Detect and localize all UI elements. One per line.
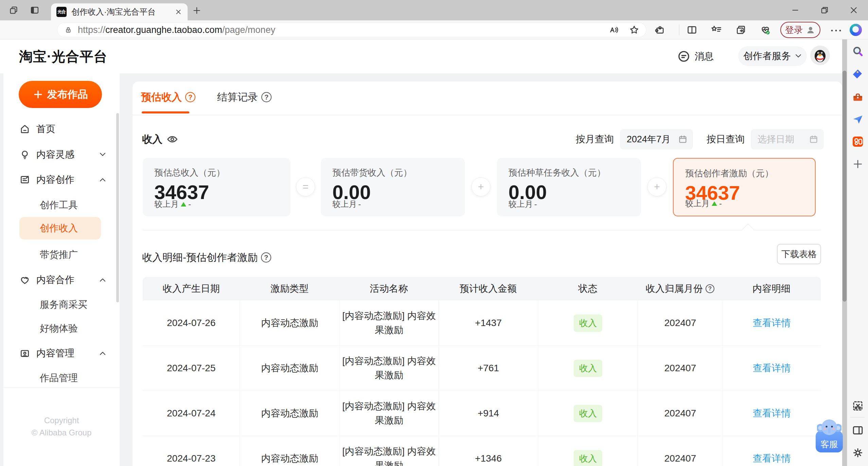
tab-actions-icon[interactable] <box>30 5 39 15</box>
tab-estimated-income[interactable]: 预估收入 <box>141 90 195 104</box>
kuaishou-icon[interactable] <box>851 135 864 148</box>
minimize-button[interactable] <box>781 0 810 20</box>
view-details-link[interactable]: 查看详情 <box>753 317 791 329</box>
messages-button[interactable]: 消息 <box>677 48 714 65</box>
signin-button[interactable]: 登录 <box>780 22 820 38</box>
sidebar-item-product-trial[interactable]: 好物体验 <box>3 321 120 336</box>
cell-detail: 查看详情 <box>723 301 821 345</box>
restore-button[interactable] <box>810 0 839 20</box>
cell-month: 202407 <box>638 436 722 466</box>
split-screen-icon[interactable] <box>687 24 697 35</box>
status-badge: 收入 <box>574 405 602 422</box>
compare-label: 较上月 <box>685 198 710 209</box>
search-icon[interactable] <box>851 45 864 58</box>
creator-services-dropdown[interactable]: 创作者服务 <box>738 46 807 66</box>
card-sales-income[interactable]: 预估带货收入（元） 0.00 较上月- <box>321 158 465 216</box>
browser-titlebar: 光合 创作收入·淘宝光合平台 <box>0 0 868 20</box>
sidebar-item-inspiration[interactable]: 内容灵感 <box>3 147 120 162</box>
day-picker-input[interactable]: 选择日期 <box>751 129 824 149</box>
help-icon[interactable] <box>261 252 271 263</box>
tools-icon[interactable] <box>851 91 864 104</box>
add-sidebar-icon[interactable] <box>851 158 864 171</box>
copilot-icon[interactable] <box>850 24 862 36</box>
url-text: https://creator.guanghe.taobao.com/page/… <box>78 25 603 35</box>
workspaces-icon[interactable] <box>9 5 18 15</box>
help-icon[interactable] <box>261 92 272 102</box>
compare-label: 较上月 <box>154 199 179 210</box>
chevron-up-icon <box>99 278 106 282</box>
cell-date: 2024-07-23 <box>143 436 240 466</box>
view-details-link[interactable]: 查看详情 <box>753 362 791 375</box>
view-details-link[interactable]: 查看详情 <box>753 407 791 420</box>
publish-button[interactable]: 发布作品 <box>19 81 102 108</box>
cell-month: 202407 <box>638 301 722 345</box>
shopping-icon[interactable] <box>851 68 864 81</box>
collections-icon[interactable] <box>735 24 746 35</box>
screenshot-icon[interactable] <box>851 399 864 412</box>
sidebar-item-service-purchase[interactable]: 服务商采买 <box>3 297 120 312</box>
calendar-icon[interactable] <box>678 135 688 144</box>
detail-section-heading: 收入明细-预估创作者激励 <box>142 248 271 267</box>
tab-close-icon[interactable] <box>175 8 182 16</box>
lock-icon <box>64 26 72 34</box>
cell-date: 2024-07-24 <box>143 391 240 436</box>
sidebar-item-cooperation[interactable]: 内容合作 <box>3 272 120 287</box>
income-detail-table: 收入产生日期 激励类型 活动名称 预计收入金额 状态 收入归属月份 内容明细 2… <box>143 277 821 466</box>
cell-date: 2024-07-26 <box>143 301 240 345</box>
download-table-button[interactable]: 下载表格 <box>777 244 821 264</box>
creator-services-label: 创作者服务 <box>743 50 791 62</box>
tab-settlement-records[interactable]: 结算记录 <box>217 90 272 104</box>
copyright-line: © Alibaba Group <box>3 428 120 437</box>
favorite-star-icon[interactable] <box>629 25 639 35</box>
card-total-income[interactable]: 预估总收入（元） 34637 较上月- <box>143 158 291 216</box>
card-creator-incentive[interactable]: 预估创作者激励（元） 34637 较上月- <box>673 158 816 216</box>
card-seeding-task-income[interactable]: 预估种草任务收入（元） 0.00 较上月- <box>497 158 641 216</box>
cell-activity: [内容动态激励] 内容效果激励 <box>340 346 438 391</box>
sidebar-item-creation-income[interactable]: 创作收入 <box>19 217 101 239</box>
user-avatar[interactable] <box>810 46 830 65</box>
cell-status: 收入 <box>538 391 638 436</box>
active-tab-underline <box>142 111 189 113</box>
sidebar-item-label: 内容灵感 <box>36 148 74 161</box>
browser-tab[interactable]: 光合 创作收入·淘宝光合平台 <box>51 3 188 20</box>
page-scrollbar-thumb[interactable] <box>843 71 847 302</box>
settings-gear-icon[interactable] <box>851 446 864 459</box>
url-bar[interactable]: https://creator.guanghe.taobao.com/page/… <box>57 22 646 37</box>
sidebar-scrollbar-thumb[interactable] <box>116 113 119 302</box>
sidebar-panel-icon[interactable] <box>851 424 864 437</box>
card-label: 预估种草任务收入（元） <box>508 167 629 179</box>
col-header-detail: 内容明细 <box>723 282 821 295</box>
detail-title: 收入明细-预估创作者激励 <box>142 251 258 265</box>
calendar-icon[interactable] <box>809 135 818 144</box>
help-icon[interactable] <box>185 92 195 102</box>
site-logo[interactable]: 淘宝·光合平台 <box>19 39 107 73</box>
cell-activity: [内容动态激励] 内容效果激励 <box>340 436 438 466</box>
view-details-link[interactable]: 查看详情 <box>753 452 791 465</box>
sidebar-item-creation-tools[interactable]: 创作工具 <box>3 198 120 213</box>
col-header-type: 激励类型 <box>240 282 339 295</box>
favorites-bar-icon[interactable] <box>711 24 722 35</box>
help-icon[interactable] <box>706 284 714 293</box>
sidebar-item-management[interactable]: 内容管理 <box>3 346 120 361</box>
customer-service-widget[interactable]: 客服 <box>815 418 844 453</box>
day-placeholder: 选择日期 <box>758 133 809 145</box>
chevron-up-icon <box>99 178 106 182</box>
sidebar-item-label: 作品管理 <box>40 372 78 384</box>
sidebar-item-creation[interactable]: 内容创作 <box>3 172 120 187</box>
sidebar-item-works-management[interactable]: 作品管理 <box>3 371 120 386</box>
eye-icon[interactable] <box>167 133 178 145</box>
month-filter-label: 按月查询 <box>576 133 614 146</box>
drop-icon[interactable] <box>851 113 864 126</box>
sidebar-item-promotion[interactable]: 带货推广 <box>3 247 120 262</box>
extensions-icon[interactable] <box>655 24 665 35</box>
app-sidebar: 发布作品 首页 内容灵感 内容创作 创作工具 创作收入 带货推广 内容合作 <box>3 73 120 466</box>
new-tab-icon[interactable] <box>192 6 201 15</box>
read-aloud-icon[interactable] <box>609 25 619 35</box>
month-picker-input[interactable]: 2024年7月 <box>620 129 693 149</box>
close-button[interactable] <box>839 0 868 20</box>
home-icon <box>19 124 30 135</box>
browser-essentials-icon[interactable] <box>760 24 771 35</box>
sidebar-item-home[interactable]: 首页 <box>3 122 120 137</box>
more-options-icon[interactable] <box>830 29 842 33</box>
plus-operator: + <box>647 177 666 196</box>
